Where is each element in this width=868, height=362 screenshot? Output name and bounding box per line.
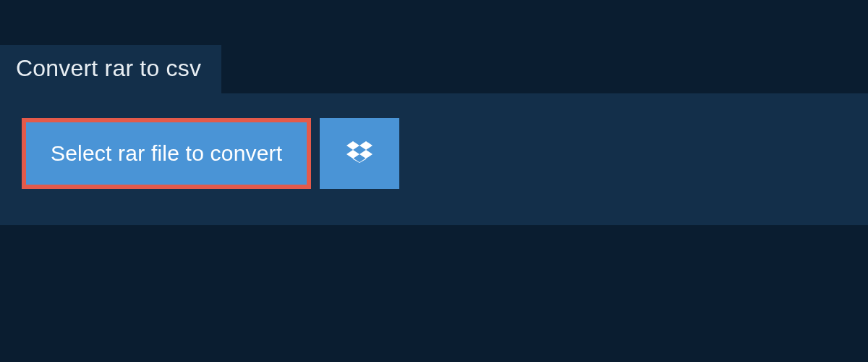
- dropbox-icon: [346, 139, 373, 168]
- button-row: Select rar file to convert: [22, 118, 846, 189]
- tab-bar: Convert rar to csv: [0, 0, 868, 93]
- select-file-button[interactable]: Select rar file to convert: [22, 118, 311, 189]
- tab-convert[interactable]: Convert rar to csv: [0, 45, 221, 93]
- dropbox-button[interactable]: [320, 118, 399, 189]
- conversion-panel: Select rar file to convert: [0, 93, 868, 225]
- select-file-label: Select rar file to convert: [51, 141, 282, 166]
- tab-title: Convert rar to csv: [16, 55, 201, 81]
